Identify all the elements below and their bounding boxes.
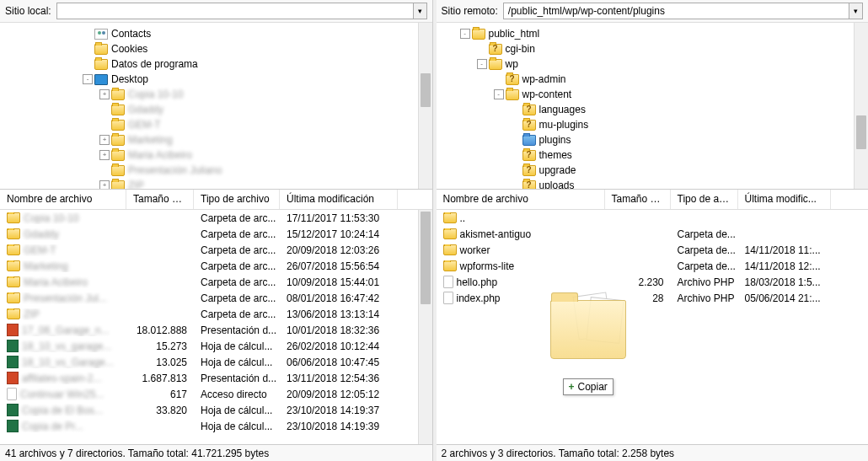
- expand-toggle: [511, 150, 521, 160]
- file-row[interactable]: affilates-spain-2...1.687.813Presentació…: [0, 370, 418, 386]
- expand-toggle[interactable]: +: [99, 135, 110, 145]
- col-header-size[interactable]: Tamaño d...: [605, 190, 671, 209]
- local-file-list[interactable]: Copia 10-10Carpeta de arc...17/11/2017 1…: [0, 210, 432, 444]
- tree-item-label: Datos de programa: [111, 58, 198, 70]
- file-row[interactable]: ..: [437, 210, 869, 226]
- tree-item-label: upgrade: [539, 164, 576, 176]
- file-date: 17/11/2017 11:53:30: [280, 212, 398, 224]
- file-row[interactable]: GEM-TCarpeta de arc...20/09/2018 12:03:2…: [0, 242, 418, 258]
- col-header-date[interactable]: Última modificación: [280, 190, 398, 209]
- file-row[interactable]: Copia de El Bos...33.820Hoja de cálcul..…: [0, 402, 418, 418]
- tree-item[interactable]: +Copia 10-10: [0, 87, 418, 102]
- tree-item[interactable]: Datos de programa: [0, 56, 418, 72]
- tree-item[interactable]: Presentación Juliano: [0, 163, 418, 178]
- remote-path-input[interactable]: [503, 3, 849, 19]
- col-header-type[interactable]: Tipo de archivo: [194, 190, 280, 209]
- expand-toggle[interactable]: -: [83, 74, 93, 84]
- file-row[interactable]: index.php28Archivo PHP05/06/2014 21:...: [437, 290, 869, 306]
- file-row[interactable]: wpforms-liteCarpeta de...14/11/2018 12:.…: [437, 258, 869, 274]
- file-row[interactable]: MarketingCarpeta de arc...26/07/2018 15:…: [0, 258, 418, 274]
- tree-item[interactable]: wp-admin: [437, 72, 855, 87]
- folder-icon: [111, 165, 125, 176]
- remote-file-list[interactable]: ..akismet-antiguoCarpeta de...workerCarp…: [437, 210, 869, 444]
- folder-q-icon: [489, 44, 502, 55]
- tree-item[interactable]: +ZIP: [0, 178, 418, 189]
- tree-item[interactable]: mu-plugins: [437, 117, 855, 132]
- expand-toggle[interactable]: -: [477, 59, 487, 69]
- file-date: 26/02/2018 10:12:44: [280, 340, 398, 352]
- file-row[interactable]: GdaddyCarpeta de arc...15/12/2017 10:24:…: [0, 226, 418, 242]
- local-list-scrollbar[interactable]: [418, 210, 432, 444]
- expand-toggle[interactable]: -: [460, 29, 470, 39]
- tree-item[interactable]: plugins: [437, 132, 855, 147]
- expand-toggle[interactable]: +: [99, 89, 110, 99]
- col-header-date[interactable]: Última modific...: [738, 190, 831, 209]
- tree-item-label: themes: [539, 149, 572, 161]
- tree-item-label: Contacts: [111, 28, 151, 40]
- tree-item[interactable]: -wp-content: [437, 87, 855, 102]
- tree-item[interactable]: uploads: [437, 178, 855, 189]
- folder-icon: [111, 135, 125, 146]
- expand-toggle[interactable]: +: [99, 150, 110, 160]
- tree-item-label: Cookies: [111, 43, 147, 55]
- tree-item[interactable]: +Marketing: [0, 132, 418, 147]
- tree-item[interactable]: GEM-T: [0, 117, 418, 132]
- col-header-name[interactable]: Nombre de archivo: [0, 190, 126, 209]
- remote-folder-tree[interactable]: -public_htmlcgi-bin-wpwp-admin-wp-conten…: [437, 23, 855, 189]
- folder-icon: [7, 260, 20, 271]
- tree-item[interactable]: -wp: [437, 56, 855, 72]
- file-row[interactable]: Continuar Win25...617Acceso directo20/09…: [0, 386, 418, 402]
- tree-item[interactable]: themes: [437, 147, 855, 163]
- file-row[interactable]: hello.php2.230Archivo PHP18/03/2018 1:5.…: [437, 274, 869, 290]
- remote-path-dropdown[interactable]: ▾: [849, 3, 863, 19]
- col-header-type[interactable]: Tipo de arc...: [671, 190, 738, 209]
- local-path-dropdown[interactable]: ▾: [414, 3, 427, 19]
- file-size: 28: [605, 292, 671, 304]
- file-row[interactable]: 18_10_vs_garage...15.273Hoja de cálcul..…: [0, 338, 418, 354]
- file-name: 18_10_vs_Garage...: [22, 356, 114, 368]
- file-row[interactable]: ZIPCarpeta de arc...13/06/2018 13:13:14: [0, 306, 418, 322]
- tree-item[interactable]: +Maria Acibeiro: [0, 147, 418, 163]
- expand-toggle[interactable]: -: [494, 89, 504, 99]
- tree-item[interactable]: languages: [437, 102, 855, 117]
- file-row[interactable]: Maria AcibeiroCarpeta de arc...10/09/201…: [0, 274, 418, 290]
- tree-item[interactable]: upgrade: [437, 163, 855, 178]
- tree-item[interactable]: cgi-bin: [437, 41, 855, 56]
- tree-item-label: ZIP: [128, 180, 144, 189]
- tree-item[interactable]: Contacts: [0, 26, 418, 41]
- file-date: 05/06/2014 21:...: [738, 292, 831, 304]
- file-row[interactable]: Presentación Jul...Carpeta de arc...08/0…: [0, 290, 418, 306]
- file-type: Carpeta de arc...: [194, 292, 280, 304]
- folder-icon: [472, 29, 485, 40]
- col-header-name[interactable]: Nombre de archivo: [437, 190, 605, 209]
- tree-item[interactable]: Cookies: [0, 41, 418, 56]
- file-row[interactable]: akismet-antiguoCarpeta de...: [437, 226, 869, 242]
- folder-q-icon: [506, 74, 519, 85]
- file-name: hello.php: [457, 276, 498, 288]
- file-type: Hoja de cálcul...: [194, 405, 280, 416]
- expand-toggle[interactable]: +: [99, 180, 110, 189]
- file-row[interactable]: 18_10_vs_Garage...13.025Hoja de cálcul..…: [0, 354, 418, 370]
- remote-tree-scrollbar[interactable]: [854, 23, 868, 189]
- file-row[interactable]: Copia de Pr...Hoja de cálcul...23/10/201…: [0, 418, 418, 434]
- file-type: Archivo PHP: [671, 292, 738, 304]
- folder-icon: [443, 260, 457, 271]
- tree-item[interactable]: -public_html: [437, 26, 855, 41]
- file-type: Carpeta de arc...: [194, 244, 280, 256]
- folder-icon: [443, 212, 457, 223]
- file-icon: [443, 292, 453, 304]
- file-row[interactable]: 17_06_Garage_n...18.012.888Presentación …: [0, 322, 418, 338]
- local-folder-tree[interactable]: ContactsCookiesDatos de programa-Desktop…: [0, 23, 418, 189]
- col-header-size[interactable]: Tamaño de...: [126, 190, 194, 209]
- file-date: 20/09/2018 12:03:26: [280, 244, 398, 256]
- tree-item[interactable]: Gdaddy: [0, 102, 418, 117]
- file-date: 10/01/2018 18:32:36: [280, 324, 398, 336]
- file-row[interactable]: workerCarpeta de...14/11/2018 11:...: [437, 242, 869, 258]
- tree-item[interactable]: -Desktop: [0, 72, 418, 87]
- xls-icon: [7, 404, 19, 416]
- local-path-input[interactable]: [56, 3, 414, 19]
- file-row[interactable]: Copia 10-10Carpeta de arc...17/11/2017 1…: [0, 210, 418, 226]
- local-tree-scrollbar[interactable]: [418, 23, 432, 189]
- expand-toggle: [83, 59, 93, 69]
- ftp-client-window: Sitio local: ▾ ContactsCookiesDatos de p…: [0, 0, 868, 461]
